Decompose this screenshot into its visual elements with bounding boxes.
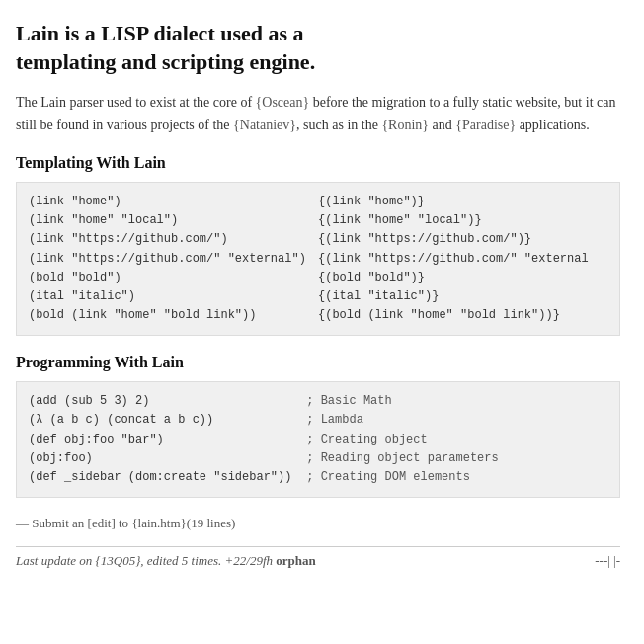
ronin-link[interactable]: {Ronin} <box>381 118 429 132</box>
page-controls[interactable]: ---| |- <box>595 553 620 569</box>
oscean-link[interactable]: {Oscean} <box>256 95 310 110</box>
templating-code-right: {(link "home")} {(link "home" "local")} … <box>318 193 607 325</box>
paradise-link[interactable]: {Paradise} <box>455 118 516 132</box>
templating-code-block: (link "home") (link "home" "local") (lin… <box>16 182 620 336</box>
edit-link[interactable]: [edit] <box>88 516 116 530</box>
programming-code-left: (add (sub 5 3) 2) (λ (a b c) (concat a b… <box>29 392 306 487</box>
page-title: Lain is a LISP dialect used as a templat… <box>16 20 620 76</box>
section-programming-heading: Programming With Lain <box>16 354 620 371</box>
intro-paragraph: The Lain parser used to exist at the cor… <box>16 92 620 136</box>
last-update-bar: Last update on {13Q05}, edited 5 times. … <box>16 546 620 569</box>
programming-code-right: ; Basic Math ; Lambda ; Creating object … <box>306 392 607 487</box>
templating-code-left: (link "home") (link "home" "local") (lin… <box>29 193 318 325</box>
orphan-badge: orphan <box>276 553 315 568</box>
last-update-text: Last update on {13Q05}, edited 5 times. … <box>16 553 316 569</box>
submit-line: — Submit an [edit] to {lain.htm}(19 line… <box>16 514 620 534</box>
nataniev-link[interactable]: {Nataniev} <box>233 118 296 132</box>
section-templating-heading: Templating With Lain <box>16 154 620 172</box>
date-link[interactable]: {13Q05} <box>96 553 141 568</box>
file-link[interactable]: {lain.htm} <box>131 516 186 530</box>
programming-code-block: (add (sub 5 3) 2) (λ (a b c) (concat a b… <box>16 381 620 498</box>
